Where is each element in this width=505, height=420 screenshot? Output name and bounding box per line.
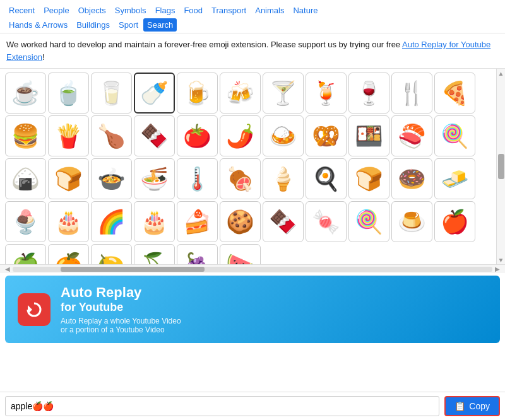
emoji-cell[interactable]: 🍙: [5, 158, 46, 199]
emoji-cell[interactable]: 🎂: [134, 201, 175, 242]
emoji-cell[interactable]: 🍦: [263, 158, 304, 199]
copy-button[interactable]: 📋 Copy: [444, 396, 500, 416]
emoji-cell[interactable]: 🍳: [306, 158, 347, 199]
promo-text-2: !: [42, 52, 45, 62]
nav-animals[interactable]: Animals: [251, 4, 288, 17]
h-scroll-track: [13, 267, 492, 272]
emoji-cell[interactable]: 🧈: [434, 158, 475, 199]
ad-banner[interactable]: Auto Replay for Youtube Auto Replay a wh…: [5, 276, 500, 343]
emoji-area-wrapper: ☕ 🍵 🥛 🍼 🍺 🍻 🍸 🍹 🍷 🍴 🍕 🍔 🍟 🍗 🍫 🍅 🌶️ 🍛 🥨 🍱…: [0, 69, 505, 264]
h-scroll-thumb[interactable]: [61, 267, 205, 272]
emoji-cell[interactable]: 🍼: [134, 73, 175, 114]
emoji-cell[interactable]: 🥛: [91, 73, 132, 114]
nav-row-2: Hands & Arrows Buildings Sport Search: [5, 18, 500, 32]
emoji-cell[interactable]: 🍰: [177, 201, 218, 242]
emoji-scroll-area[interactable]: ☕ 🍵 🥛 🍼 🍺 🍻 🍸 🍹 🍷 🍴 🍕 🍔 🍟 🍗 🍫 🍅 🌶️ 🍛 🥨 🍱…: [0, 69, 496, 264]
emoji-cell[interactable]: 🍪: [220, 201, 261, 242]
nav-hands[interactable]: Hands & Arrows: [5, 18, 71, 32]
emoji-cell[interactable]: 🍬: [306, 201, 347, 242]
ad-title: Auto Replay: [61, 284, 181, 301]
emoji-cell[interactable]: 🍭: [348, 201, 389, 242]
nav-food[interactable]: Food: [180, 4, 206, 17]
scroll-down[interactable]: ▼: [498, 257, 504, 263]
emoji-cell[interactable]: 🍞: [348, 158, 389, 199]
emoji-cell[interactable]: ☕: [5, 73, 46, 114]
copy-label: Copy: [469, 401, 490, 411]
emoji-cell[interactable]: 🍕: [434, 73, 475, 114]
emoji-cell[interactable]: 🌈: [91, 201, 132, 242]
emoji-cell[interactable]: 🍴: [391, 73, 432, 114]
emoji-cell[interactable]: 🍻: [220, 73, 261, 114]
emoji-cell[interactable]: 🍺: [177, 73, 218, 114]
emoji-cell[interactable]: 🥨: [306, 115, 347, 156]
emoji-cell[interactable]: 🍵: [48, 73, 89, 114]
nav-search[interactable]: Search: [143, 18, 177, 32]
emoji-cell[interactable]: 🍛: [263, 115, 304, 156]
emoji-cell[interactable]: 🍱: [348, 115, 389, 156]
emoji-cell[interactable]: 🍭: [434, 115, 475, 156]
ad-subtitle: for Youtube: [61, 301, 181, 314]
bottom-bar: 📋 Copy: [0, 392, 505, 420]
emoji-cell[interactable]: 🍨: [5, 201, 46, 242]
scroll-up[interactable]: ▲: [498, 70, 504, 76]
emoji-cell[interactable]: 🍋: [91, 244, 132, 264]
search-input[interactable]: [5, 396, 439, 416]
emoji-cell[interactable]: 🍟: [48, 115, 89, 156]
nav-recent[interactable]: Recent: [5, 4, 39, 17]
emoji-cell[interactable]: 🍇: [177, 244, 218, 264]
promo-section: We worked hard to develop and maintain a…: [0, 33, 505, 69]
ad-icon: [18, 293, 50, 326]
emoji-cell[interactable]: 🍉: [220, 244, 261, 264]
emoji-grid: ☕ 🍵 🥛 🍼 🍺 🍻 🍸 🍹 🍷 🍴 🍕 🍔 🍟 🍗 🍫 🍅 🌶️ 🍛 🥨 🍱…: [5, 73, 491, 264]
nav-flags[interactable]: Flags: [152, 4, 179, 17]
emoji-cell[interactable]: 🍜: [134, 158, 175, 199]
emoji-cell[interactable]: 🌶️: [220, 115, 261, 156]
nav-sport[interactable]: Sport: [115, 18, 142, 32]
emoji-cell[interactable]: 🌡️: [177, 158, 218, 199]
nav-buildings[interactable]: Buildings: [73, 18, 114, 32]
emoji-cell[interactable]: 🍒: [134, 244, 175, 264]
h-scroll-left[interactable]: ◀: [5, 265, 10, 272]
emoji-cell[interactable]: 🍸: [263, 73, 304, 114]
svg-marker-0: [28, 305, 32, 314]
scroll-thumb[interactable]: [498, 154, 504, 179]
scrollbar[interactable]: ▲ ▼: [496, 69, 505, 264]
emoji-cell[interactable]: 🍩: [391, 158, 432, 199]
nav-nature[interactable]: Nature: [289, 4, 321, 17]
emoji-cell[interactable]: 🍏: [5, 244, 46, 264]
h-scrollbar[interactable]: ◀ ▶: [0, 264, 505, 273]
nav-symbols[interactable]: Symbols: [111, 4, 150, 17]
emoji-cell[interactable]: 🍫: [134, 115, 175, 156]
copy-icon: 📋: [454, 401, 465, 411]
emoji-cell[interactable]: 🍲: [91, 158, 132, 199]
emoji-cell[interactable]: 🍣: [391, 115, 432, 156]
emoji-cell[interactable]: 🍫: [263, 201, 304, 242]
emoji-cell[interactable]: 🍹: [306, 73, 347, 114]
ad-text-block: Auto Replay for Youtube Auto Replay a wh…: [61, 284, 181, 334]
nav-bar: Recent People Objects Symbols Flags Food…: [0, 0, 505, 32]
replay-icon: [25, 300, 44, 319]
nav-row-1: Recent People Objects Symbols Flags Food…: [5, 4, 500, 17]
emoji-cell[interactable]: 🍔: [5, 115, 46, 156]
promo-text-1: We worked hard to develop and maintain a…: [6, 40, 402, 49]
nav-transport[interactable]: Transport: [208, 4, 250, 17]
emoji-cell[interactable]: 🍞: [48, 158, 89, 199]
h-scroll-right[interactable]: ▶: [495, 265, 500, 272]
emoji-cell[interactable]: 🍖: [220, 158, 261, 199]
emoji-cell[interactable]: 🍷: [348, 73, 389, 114]
ad-desc: Auto Replay a whole Youtube Video or a p…: [61, 317, 181, 334]
nav-objects[interactable]: Objects: [74, 4, 110, 17]
emoji-cell[interactable]: 🍊: [48, 244, 89, 264]
emoji-cell[interactable]: 🍎: [434, 201, 475, 242]
emoji-cell[interactable]: 🍅: [177, 115, 218, 156]
emoji-cell[interactable]: 🎂: [48, 201, 89, 242]
nav-people[interactable]: People: [40, 4, 73, 17]
emoji-cell[interactable]: 🍗: [91, 115, 132, 156]
emoji-cell[interactable]: 🍮: [391, 201, 432, 242]
